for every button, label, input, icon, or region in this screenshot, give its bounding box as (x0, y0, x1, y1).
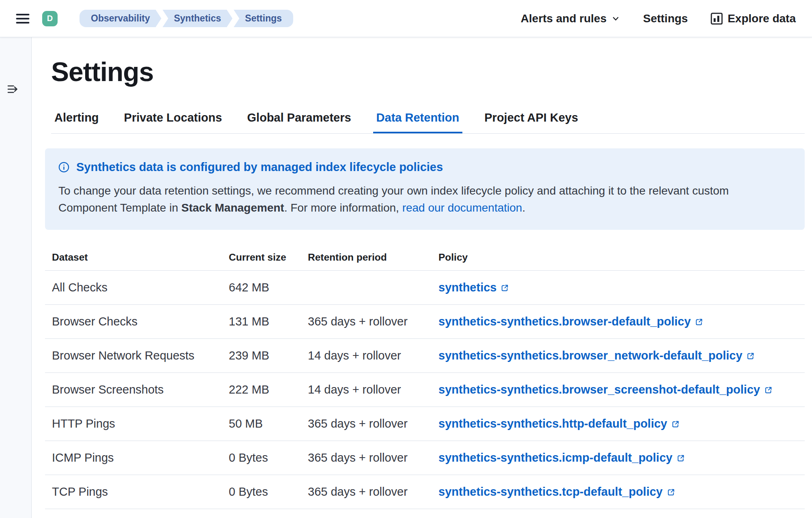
policy-link[interactable]: synthetics-synthetics.http-default_polic… (438, 417, 679, 430)
dataset-cell: Browser Screenshots (45, 372, 222, 407)
callout-body-bold: Stack Management (181, 201, 284, 214)
dataset-cell: All Checks (45, 270, 222, 304)
policy-cell: synthetics-synthetics.browser-default_po… (432, 304, 805, 338)
table-header-row: Dataset Current size Retention period Po… (45, 248, 805, 271)
page-title: Settings (51, 57, 805, 88)
external-link-icon (765, 386, 772, 394)
breadcrumb-synthetics[interactable]: Synthetics (163, 10, 232, 27)
settings-tabs: Alerting Private Locations Global Parame… (51, 108, 805, 134)
current-size-cell: 50 MB (222, 407, 301, 441)
breadcrumb-settings: Settings (234, 10, 293, 27)
policy-link[interactable]: synthetics-synthetics.browser_screenshot… (438, 383, 772, 396)
policy-link[interactable]: synthetics-synthetics.browser_network-de… (438, 349, 754, 362)
lifecycle-policy-callout: Synthetics data is configured by managed… (45, 148, 805, 230)
expand-sidebar-button[interactable] (6, 83, 19, 96)
tab-data-retention[interactable]: Data Retention (373, 108, 463, 133)
table-row: Browser Network Requests 239 MB 14 days … (45, 338, 805, 372)
policy-cell: synthetics-synthetics.browser_network-de… (432, 338, 805, 372)
policy-link[interactable]: synthetics-synthetics.browser-default_po… (438, 315, 703, 328)
space-avatar[interactable]: D (42, 11, 58, 26)
external-link-icon (667, 488, 675, 496)
settings-link[interactable]: Settings (643, 12, 687, 25)
column-header-size: Current size (222, 248, 301, 271)
policy-link[interactable]: synthetics (438, 281, 509, 294)
settings-link-label: Settings (643, 12, 687, 25)
current-size-cell: 0 Bytes (222, 441, 301, 475)
tab-global-parameters[interactable]: Global Parameters (244, 108, 354, 133)
main-content: Settings Alerting Private Locations Glob… (32, 37, 812, 509)
retention-cell: 365 days + rollover (301, 407, 432, 441)
callout-body-text-2: . For more information, (284, 201, 402, 214)
callout-title: Synthetics data is configured by managed… (76, 161, 443, 174)
callout-body-text-3: . (522, 201, 525, 214)
read-documentation-link[interactable]: read our documentation (402, 201, 522, 214)
hamburger-menu-icon[interactable] (15, 13, 30, 25)
top-header: D Observability Synthetics Settings Aler… (0, 0, 812, 37)
retention-cell: 14 days + rollover (301, 338, 432, 372)
table-row: Browser Checks 131 MB 365 days + rollove… (45, 304, 805, 338)
tab-private-locations[interactable]: Private Locations (121, 108, 226, 133)
header-actions: Alerts and rules Settings Explore data (521, 12, 796, 25)
retention-cell: 14 days + rollover (301, 372, 432, 407)
table-row: HTTP Pings 50 MB 365 days + rollover syn… (45, 407, 805, 441)
policy-cell: synthetics (432, 270, 805, 304)
dataset-cell: ICMP Pings (45, 441, 222, 475)
current-size-cell: 222 MB (222, 372, 301, 407)
table-row: Browser Screenshots 222 MB 14 days + rol… (45, 372, 805, 407)
policy-link-label: synthetics-synthetics.tcp-default_policy (438, 485, 663, 499)
dataset-cell: HTTP Pings (45, 407, 222, 441)
dataset-cell: Browser Network Requests (45, 338, 222, 372)
external-link-icon (747, 352, 754, 360)
retention-cell: 365 days + rollover (301, 304, 432, 338)
breadcrumb-observability[interactable]: Observability (79, 10, 161, 27)
collapsed-sidebar (0, 37, 32, 518)
external-link-icon (501, 284, 509, 292)
retention-cell (301, 270, 432, 304)
hamburger-menu-icon (15, 13, 30, 25)
callout-body: To change your data retention settings, … (58, 182, 784, 217)
tab-project-api-keys[interactable]: Project API Keys (481, 108, 581, 133)
explore-data-label: Explore data (728, 12, 796, 25)
tab-alerting[interactable]: Alerting (51, 108, 102, 133)
table-row: ICMP Pings 0 Bytes 365 days + rollover s… (45, 441, 805, 475)
policy-link-label: synthetics-synthetics.browser_network-de… (438, 349, 742, 362)
chevron-down-icon (611, 14, 620, 23)
column-header-retention: Retention period (301, 248, 432, 271)
explore-data-link[interactable]: Explore data (711, 12, 796, 25)
callout-header: Synthetics data is configured by managed… (58, 161, 791, 174)
retention-cell: 365 days + rollover (301, 441, 432, 475)
explore-data-icon (711, 13, 723, 25)
external-link-icon (672, 420, 679, 428)
expand-sidebar-arrow-icon (6, 83, 19, 96)
policy-link[interactable]: synthetics-synthetics.tcp-default_policy (438, 485, 675, 499)
current-size-cell: 239 MB (222, 338, 301, 372)
data-retention-table: Dataset Current size Retention period Po… (45, 248, 805, 509)
policy-link-label: synthetics-synthetics.http-default_polic… (438, 417, 667, 430)
policy-link-label: synthetics-synthetics.browser-default_po… (438, 315, 691, 328)
policy-cell: synthetics-synthetics.tcp-default_policy (432, 475, 805, 509)
dataset-cell: Browser Checks (45, 304, 222, 338)
current-size-cell: 131 MB (222, 304, 301, 338)
policy-cell: synthetics-synthetics.browser_screenshot… (432, 372, 805, 407)
current-size-cell: 0 Bytes (222, 475, 301, 509)
policy-link-label: synthetics (438, 281, 496, 294)
policy-link[interactable]: synthetics-synthetics.icmp-default_polic… (438, 451, 685, 464)
table-row: All Checks 642 MB synthetics (45, 270, 805, 304)
dataset-cell: TCP Pings (45, 475, 222, 509)
external-link-icon (695, 318, 703, 326)
column-header-policy: Policy (432, 248, 805, 271)
info-icon (58, 162, 69, 173)
column-header-dataset: Dataset (45, 248, 222, 271)
external-link-icon (677, 454, 685, 462)
policy-cell: synthetics-synthetics.http-default_polic… (432, 407, 805, 441)
policy-link-label: synthetics-synthetics.browser_screenshot… (438, 383, 760, 396)
retention-cell: 365 days + rollover (301, 475, 432, 509)
alerts-and-rules-label: Alerts and rules (521, 12, 607, 25)
table-row: TCP Pings 0 Bytes 365 days + rollover sy… (45, 475, 805, 509)
policy-link-label: synthetics-synthetics.icmp-default_polic… (438, 451, 672, 464)
current-size-cell: 642 MB (222, 270, 301, 304)
breadcrumb: Observability Synthetics Settings (79, 10, 293, 27)
policy-cell: synthetics-synthetics.icmp-default_polic… (432, 441, 805, 475)
alerts-and-rules-menu[interactable]: Alerts and rules (521, 12, 621, 25)
